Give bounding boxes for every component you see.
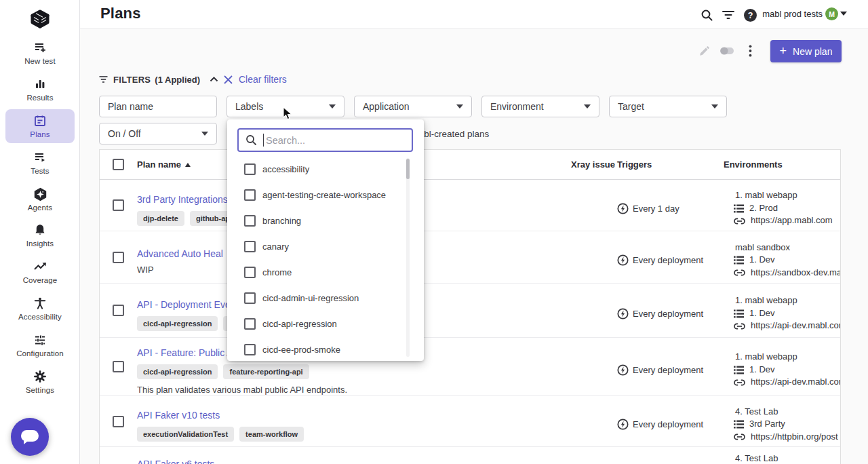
new-plan-button[interactable]: + New plan <box>770 40 842 62</box>
env-url[interactable]: https://httpbin.org/post <box>751 431 838 444</box>
env-url[interactable]: https://api-dev.mabl.com <box>751 320 840 332</box>
label-option[interactable]: accessibility <box>227 156 405 182</box>
dropdown-caret-icon <box>584 104 591 109</box>
label-option[interactable]: cicd-admin-ui-regression <box>227 285 405 311</box>
collapse-chevron-icon[interactable] <box>210 77 218 82</box>
table-row: API - Feature: Public API cicd-api-regre… <box>100 338 840 396</box>
on-off-filter-select[interactable]: On / Off <box>99 123 217 144</box>
close-icon <box>224 75 233 84</box>
sidebar-item-new-test[interactable]: New test <box>0 40 80 73</box>
app-root: New test Results Plans Tests Agents Insi… <box>0 0 868 464</box>
env-link-icon <box>734 218 745 225</box>
option-checkbox[interactable] <box>244 215 256 227</box>
row-checkbox[interactable] <box>113 199 124 211</box>
sidebar-item-label: Insights <box>26 239 54 248</box>
sidebar-item-accessibility[interactable]: Accessibility <box>0 296 80 328</box>
sidebar-item-agents[interactable]: Agents <box>0 187 80 219</box>
env-list-icon <box>734 256 744 265</box>
environment-filter-select[interactable]: Environment <box>481 96 599 117</box>
scrollbar-track[interactable] <box>406 158 410 357</box>
trending-up-icon <box>33 259 47 274</box>
environments-cell: 1. mabl webapp 1. Dev https://api-dev.ma… <box>724 345 840 389</box>
env-url[interactable]: https://sandbox-dev.mabl.com <box>751 267 840 279</box>
table-row: API Faker v6 tests 4. Test Lab <box>100 447 840 464</box>
on-off-filter-label: On / Off <box>108 128 141 139</box>
sidebar-item-label: Configuration <box>16 349 64 357</box>
avatar[interactable]: M <box>825 7 838 20</box>
search-icon <box>245 134 257 146</box>
help-icon[interactable]: ? <box>743 7 757 22</box>
scrollbar-thumb[interactable] <box>406 159 410 179</box>
account-caret-icon[interactable] <box>840 12 847 16</box>
gear-icon <box>33 369 47 384</box>
row-checkbox[interactable] <box>113 361 124 372</box>
env-link-icon <box>734 269 745 276</box>
chat-launcher-button[interactable] <box>11 418 49 456</box>
row-checkbox[interactable] <box>113 252 124 263</box>
label-option[interactable]: cicd-ee-prod-smoke <box>227 336 405 361</box>
label-option[interactable]: cicd-api-regression <box>227 311 405 336</box>
env-url[interactable]: https://app.mabl.com <box>751 214 833 227</box>
tune-sliders-icon <box>33 332 47 347</box>
environments-cell: 4. Test Lab <box>724 447 840 464</box>
option-checkbox[interactable] <box>244 292 256 304</box>
label-option[interactable]: chrome <box>227 259 405 285</box>
plan-name-filter-input[interactable]: Plan name <box>99 96 217 117</box>
label-chip: executionValidationTest <box>137 427 234 442</box>
clear-filters-button[interactable]: Clear filters <box>224 71 287 88</box>
search-placeholder: Search... <box>266 135 305 146</box>
label-option[interactable]: branching <box>227 208 405 233</box>
label-option[interactable]: agent-testing-create-workspace <box>227 182 405 208</box>
column-header-triggers[interactable]: Triggers <box>617 159 724 170</box>
environment-filter-label: Environment <box>490 101 544 112</box>
env-url[interactable]: https://api-dev.mabl.com <box>751 376 840 389</box>
sidebar-item-plans[interactable]: Plans <box>0 113 80 146</box>
sidebar-item-results[interactable]: Results <box>0 77 80 109</box>
select-all-checkbox[interactable] <box>113 159 124 170</box>
sidebar-item-insights[interactable]: Insights <box>0 223 80 255</box>
svg-text:?: ? <box>747 11 753 20</box>
sidebar: New test Results Plans Tests Agents Insi… <box>0 0 80 464</box>
mabl-logo[interactable] <box>29 9 51 29</box>
label-chip: cicd-api-regression <box>137 364 218 379</box>
filter-list-icon[interactable] <box>721 7 736 22</box>
column-header-environments[interactable]: Environments <box>724 159 840 170</box>
toggle-onoff-icon[interactable] <box>719 43 734 58</box>
sidebar-item-tests[interactable]: Tests <box>0 150 80 182</box>
env-link-icon <box>734 433 745 440</box>
option-checkbox[interactable] <box>244 267 256 278</box>
trigger-cell: Every deployment <box>617 248 724 266</box>
label-option[interactable]: canary <box>227 233 405 259</box>
labels-search-input[interactable]: Search... <box>237 128 413 152</box>
dropdown-caret-icon <box>711 104 718 109</box>
row-checkbox[interactable] <box>113 416 124 427</box>
option-checkbox[interactable] <box>244 344 256 355</box>
label-chip: djp-delete <box>137 211 184 226</box>
sidebar-item-label: Tests <box>31 167 49 175</box>
sidebar-item-settings[interactable]: Settings <box>0 369 80 402</box>
plan-link[interactable]: API Faker v6 tests <box>137 459 571 464</box>
option-checkbox[interactable] <box>244 318 256 330</box>
more-options-icon[interactable] <box>743 43 757 58</box>
option-checkbox[interactable] <box>244 163 256 175</box>
option-checkbox[interactable] <box>244 189 256 201</box>
dropdown-caret-icon <box>456 104 463 109</box>
trigger-cell: Every 1 day <box>617 197 724 214</box>
sidebar-item-configuration[interactable]: Configuration <box>0 332 80 365</box>
option-checkbox[interactable] <box>244 241 256 252</box>
mouse-cursor <box>283 107 293 121</box>
row-checkbox[interactable] <box>113 305 124 316</box>
playlist-play-icon <box>33 150 47 165</box>
plan-link[interactable]: API Faker v10 tests <box>137 410 571 421</box>
trigger-bolt-icon <box>617 308 629 320</box>
env-name: 2. Prod <box>749 202 778 215</box>
application-filter-select[interactable]: Application <box>354 96 472 117</box>
edit-pencil-icon[interactable] <box>696 43 711 58</box>
column-header-xray[interactable]: Xray issue <box>571 159 617 170</box>
filters-header: FILTERS (1 Applied) <box>99 71 218 88</box>
search-icon[interactable] <box>699 7 714 22</box>
dropdown-caret-icon <box>201 132 208 136</box>
workspace-name[interactable]: mabl prod tests <box>762 9 823 19</box>
sidebar-item-coverage[interactable]: Coverage <box>0 259 80 292</box>
target-filter-select[interactable]: Target <box>609 96 727 117</box>
